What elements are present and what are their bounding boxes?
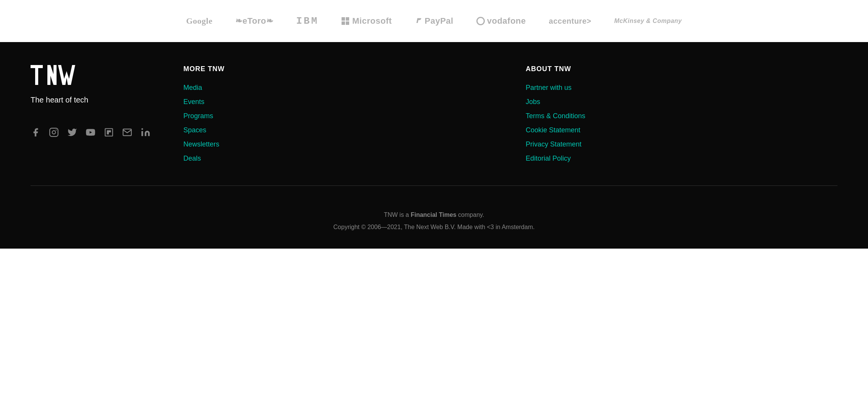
sponsor-google: Google	[186, 16, 212, 26]
ft-line: TNW is a Financial Times company.	[31, 209, 837, 221]
sponsor-vodafone: vodafone	[476, 16, 526, 26]
svg-rect-11	[107, 130, 109, 132]
footer-main: The heart of tech	[31, 65, 837, 185]
ft-text-after: company.	[457, 212, 484, 218]
editorial-link[interactable]: Editorial Policy	[526, 155, 571, 162]
link-events[interactable]: Events	[183, 98, 495, 106]
about-tnw-links: Partner with us Jobs Terms & Conditions …	[526, 84, 837, 163]
jobs-link[interactable]: Jobs	[526, 98, 540, 106]
footer-nav: MORE TNW Media Events Programs Spaces Ne…	[183, 65, 837, 163]
linkedin-icon[interactable]	[141, 127, 151, 137]
link-partner[interactable]: Partner with us	[526, 84, 837, 92]
link-editorial[interactable]: Editorial Policy	[526, 155, 837, 163]
about-tnw-heading: ABOUT TNW	[526, 65, 837, 73]
footer-section-about-tnw: ABOUT TNW Partner with us Jobs Terms & C…	[526, 65, 837, 163]
sponsors-bar: Google ❧eToro❧ IBM Microsoft PayPal voda…	[0, 0, 868, 42]
ft-text-before: TNW is a	[384, 212, 411, 218]
events-link[interactable]: Events	[183, 98, 204, 106]
cookie-link[interactable]: Cookie Statement	[526, 126, 580, 134]
sponsor-accenture: accenture>	[549, 17, 591, 26]
copyright-line: Copyright © 2006—2021, The Next Web B.V.…	[31, 221, 837, 233]
sponsor-microsoft: Microsoft	[342, 16, 392, 26]
partner-link[interactable]: Partner with us	[526, 84, 572, 91]
link-media[interactable]: Media	[183, 84, 495, 92]
sponsor-ibm: IBM	[296, 15, 319, 27]
privacy-link[interactable]: Privacy Statement	[526, 140, 581, 148]
svg-point-8	[56, 130, 57, 131]
footer-bottom: TNW is a Financial Times company. Copyri…	[31, 197, 837, 249]
ft-name: Financial Times	[411, 212, 457, 218]
tnw-logo	[31, 65, 153, 88]
svg-marker-5	[58, 65, 75, 85]
footer-brand: The heart of tech	[31, 65, 153, 163]
svg-rect-0	[31, 65, 43, 68]
link-programs[interactable]: Programs	[183, 112, 495, 120]
link-newsletters[interactable]: Newsletters	[183, 140, 495, 148]
media-link[interactable]: Media	[183, 84, 202, 91]
svg-rect-13	[109, 130, 111, 132]
sponsor-mckinsey: McKinsey & Company	[614, 18, 682, 24]
terms-link[interactable]: Terms & Conditions	[526, 112, 585, 120]
svg-rect-14	[141, 131, 143, 136]
footer: The heart of tech	[0, 42, 868, 249]
sponsor-etoro: ❧eToro❧	[235, 16, 273, 26]
facebook-icon[interactable]	[31, 127, 40, 137]
programs-link[interactable]: Programs	[183, 112, 213, 120]
flipboard-icon[interactable]	[104, 127, 114, 137]
link-cookie[interactable]: Cookie Statement	[526, 126, 837, 134]
social-icons	[31, 127, 153, 137]
deals-link[interactable]: Deals	[183, 155, 201, 162]
link-deals[interactable]: Deals	[183, 155, 495, 163]
svg-rect-6	[50, 128, 58, 137]
link-jobs[interactable]: Jobs	[526, 98, 837, 106]
spaces-link[interactable]: Spaces	[183, 126, 206, 134]
footer-divider	[31, 185, 837, 186]
svg-rect-1	[35, 68, 38, 85]
sponsor-paypal: PayPal	[415, 16, 453, 26]
youtube-icon[interactable]	[86, 127, 96, 137]
twitter-icon[interactable]	[67, 127, 77, 137]
link-privacy[interactable]: Privacy Statement	[526, 140, 837, 148]
svg-point-7	[52, 131, 56, 134]
email-icon[interactable]	[122, 127, 132, 137]
footer-section-more-tnw: MORE TNW Media Events Programs Spaces Ne…	[183, 65, 495, 163]
instagram-icon[interactable]	[49, 127, 59, 137]
newsletters-link[interactable]: Newsletters	[183, 140, 219, 148]
svg-rect-12	[107, 132, 109, 134]
link-spaces[interactable]: Spaces	[183, 126, 495, 134]
footer-tagline: The heart of tech	[31, 96, 153, 104]
more-tnw-links: Media Events Programs Spaces Newsletters…	[183, 84, 495, 163]
more-tnw-heading: MORE TNW	[183, 65, 495, 73]
svg-point-15	[141, 128, 143, 130]
svg-rect-4	[53, 65, 57, 85]
link-terms[interactable]: Terms & Conditions	[526, 112, 837, 120]
